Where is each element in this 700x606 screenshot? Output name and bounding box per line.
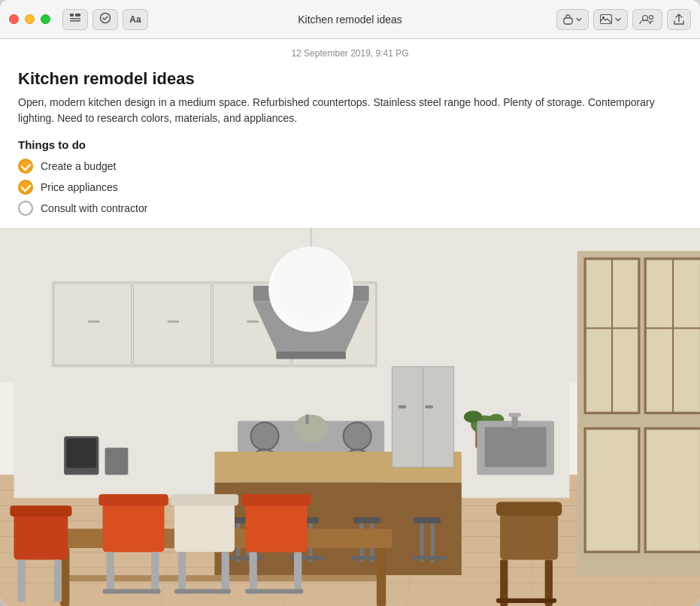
check-button[interactable] [92, 9, 118, 30]
minimize-button[interactable] [25, 14, 35, 24]
image-button[interactable] [593, 9, 628, 30]
svg-point-57 [294, 414, 328, 442]
traffic-lights [9, 14, 50, 24]
svg-rect-88 [102, 501, 164, 552]
svg-rect-38 [647, 431, 699, 550]
svg-rect-42 [134, 283, 211, 365]
svg-point-83 [272, 247, 350, 321]
svg-point-54 [344, 423, 371, 450]
svg-rect-96 [294, 552, 302, 594]
svg-rect-118 [105, 448, 129, 475]
svg-rect-79 [398, 405, 406, 408]
chevron-down-icon [576, 17, 582, 23]
titlebar: Aa Kitchen remodel ideas [0, 0, 700, 39]
share-button[interactable] [667, 9, 691, 30]
svg-rect-107 [500, 514, 558, 560]
svg-rect-69 [353, 517, 380, 523]
kitchen-image [0, 228, 700, 606]
svg-point-53 [251, 423, 279, 450]
svg-rect-80 [426, 405, 433, 408]
svg-rect-2 [70, 18, 80, 20]
checklist: Create a budget Price appliances Consult… [18, 159, 682, 216]
svg-rect-120 [485, 427, 547, 467]
svg-rect-58 [305, 414, 308, 423]
collab-icon [639, 14, 656, 25]
svg-rect-5 [564, 18, 572, 24]
grid-icon [69, 13, 81, 26]
svg-rect-108 [496, 501, 562, 515]
note-description: Open, modern kitchen design in a medium … [18, 95, 682, 126]
svg-rect-104 [10, 506, 71, 517]
share-icon [674, 14, 684, 26]
maximize-button[interactable] [41, 14, 50, 24]
image-icon [600, 14, 612, 24]
checklist-item-2-text: Price appliances [41, 181, 118, 193]
svg-rect-46 [168, 320, 179, 323]
checklist-item-1[interactable]: Create a budget [18, 159, 682, 174]
collab-button[interactable] [632, 9, 662, 30]
svg-rect-95 [250, 552, 257, 594]
svg-rect-100 [178, 552, 186, 594]
svg-rect-41 [54, 283, 132, 365]
checklist-item-3-text: Consult with contractor [41, 202, 147, 214]
svg-rect-106 [54, 559, 62, 601]
note-text-area: 12 September 2019, 9:41 PG Kitchen remod… [0, 39, 700, 228]
svg-rect-0 [70, 14, 74, 17]
section-heading: Things to do [18, 138, 682, 151]
svg-rect-94 [241, 494, 311, 505]
right-toolbar [556, 9, 691, 30]
svg-rect-47 [247, 320, 258, 323]
svg-rect-102 [174, 589, 231, 593]
left-toolbar: Aa [62, 9, 148, 30]
svg-rect-90 [107, 552, 114, 594]
svg-rect-97 [245, 589, 303, 593]
svg-rect-99 [171, 494, 238, 505]
check-icon [99, 12, 111, 26]
svg-rect-3 [70, 20, 80, 22]
chevron-down-icon-2 [615, 17, 621, 23]
svg-rect-1 [75, 14, 80, 17]
svg-rect-92 [102, 589, 160, 593]
note-date: 12 September 2019, 9:41 PG [18, 48, 682, 59]
note-content: 12 September 2019, 9:41 PG Kitchen remod… [0, 39, 700, 606]
svg-rect-89 [98, 494, 168, 505]
svg-rect-91 [151, 552, 159, 594]
note-title: Kitchen remodel ideas [18, 69, 682, 89]
close-button[interactable] [9, 14, 19, 24]
format-button[interactable]: Aa [123, 9, 148, 30]
window-title: Kitchen remodel ideas [298, 14, 402, 26]
svg-rect-45 [88, 320, 99, 323]
lock-icon [563, 14, 573, 25]
app-window: Aa Kitchen remodel ideas [0, 0, 700, 606]
svg-rect-117 [66, 438, 96, 468]
svg-rect-105 [18, 559, 26, 601]
svg-rect-103 [14, 514, 68, 560]
svg-rect-122 [508, 413, 520, 417]
checkbox-3[interactable] [18, 201, 33, 216]
text-format-icon: Aa [129, 14, 141, 25]
checklist-item-3[interactable]: Consult with contractor [18, 201, 682, 216]
checklist-item-2[interactable]: Price appliances [18, 180, 682, 195]
svg-rect-73 [414, 517, 441, 523]
svg-rect-51 [276, 351, 345, 359]
lock-button[interactable] [556, 9, 589, 30]
grid-view-button[interactable] [62, 9, 88, 30]
svg-point-9 [650, 15, 653, 19]
svg-rect-37 [587, 431, 637, 550]
svg-rect-101 [222, 552, 229, 594]
svg-rect-93 [245, 501, 307, 552]
checklist-item-1-text: Create a budget [41, 160, 116, 172]
svg-rect-64 [229, 556, 263, 559]
svg-rect-98 [174, 501, 235, 552]
svg-rect-111 [496, 598, 556, 603]
svg-rect-76 [412, 556, 447, 559]
checkbox-2[interactable] [18, 180, 33, 195]
checkbox-1[interactable] [18, 159, 33, 174]
